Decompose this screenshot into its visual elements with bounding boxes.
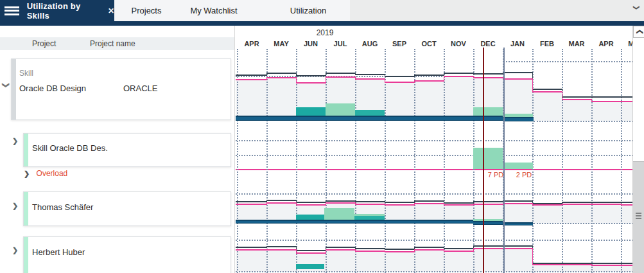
utilization-bar[interactable] [354,216,385,220]
capacity-fill [236,251,266,272]
utilization-bar[interactable] [503,114,533,117]
month-gridline [237,49,238,273]
scrollbar-thumb[interactable] [633,161,644,273]
row-type-label: Skill [19,69,33,78]
month-label: APR [595,40,617,48]
capacity-fill [414,251,444,272]
utilization-bar[interactable] [296,264,324,269]
utilization-bar[interactable] [473,219,503,221]
planned-line [444,76,444,82]
planned-line [326,76,326,84]
planned-line [621,204,633,206]
column-header-project: Project [32,39,56,48]
total-utilization-bar[interactable] [503,222,533,225]
planned-line [591,99,592,102]
utilization-bar[interactable] [503,163,533,169]
utilization-chart-canvas: 2019APRMAYJUNJULAUGSEPOCTNOVDECJANFEBMAR… [234,26,633,273]
month-label: MAY [270,40,292,48]
row-thomas-schaefer[interactable]: Thomas Schäfer [23,191,231,226]
utilization-bar[interactable] [296,215,324,220]
row-herbert-huber[interactable]: Herbert Huber [23,236,231,273]
utilization-bar[interactable] [473,107,503,116]
expand-chevron-icon[interactable]: ❯ [12,202,18,209]
capacity-line [473,73,503,75]
today-line [483,48,484,273]
close-tab-icon[interactable]: ✕ [108,6,114,15]
planned-line [326,76,355,78]
capacity-line [266,200,296,201]
capacity-line [473,201,503,202]
month-label: FEB [536,40,558,48]
tab-utilization-by-skills[interactable]: Utilization by Skills ✕ [0,0,114,21]
capacity-fill [236,80,266,121]
scroll-up-button[interactable]: ❯ [633,26,644,38]
capacity-line [296,202,326,203]
planned-line [296,249,297,254]
planned-line [444,251,473,252]
tab-my-watchlist[interactable]: My Watchlist [178,0,249,21]
capacity-line [473,245,503,247]
planned-line [385,78,385,83]
hamburger-menu-icon[interactable] [4,6,19,15]
planned-line [326,249,326,254]
planned-line [414,249,444,251]
row-skill-oracle-db-design[interactable]: Skill Oracle DB Design ORACLE [11,58,231,120]
capacity-fill [503,204,532,224]
total-utilization-bar[interactable] [236,220,473,224]
grip-icon [636,218,641,219]
capacity-fill [414,82,444,121]
month-label: NOV [448,40,469,48]
planned-line [414,80,444,82]
row-accent-bar [24,134,28,166]
row-overload[interactable]: ❯ Overload [24,169,67,178]
planned-line [473,248,503,249]
tab-utilization[interactable]: Utilization [270,0,347,21]
row-skill-oracle-db-des[interactable]: Skill Oracle DB Des. [23,133,231,167]
capacity-fill [444,77,473,121]
utilization-bar[interactable] [324,208,354,220]
planned-line [385,204,385,206]
month-label: OCT [418,40,440,48]
capacity-line [562,96,591,98]
capacity-line [444,202,473,204]
utilization-bar[interactable] [296,107,326,116]
collapse-chevron-icon[interactable]: ❯ [3,82,10,88]
capacity-line [236,75,266,76]
month-gridline [355,49,356,273]
utilization-bar[interactable] [326,103,355,116]
total-utilization-bar[interactable] [473,221,503,225]
project-name-value: ORACLE [123,84,157,93]
capacity-fill [444,252,473,272]
grid-dotted-line [236,193,633,195]
tabbar-accent-strip [0,21,644,26]
capacity-line [326,200,355,202]
utilization-bar[interactable] [355,110,385,116]
expand-chevron-icon[interactable]: ❯ [12,247,18,254]
column-header-project-name: Project name [90,39,135,48]
active-tab-label: Utilization by Skills [27,1,101,21]
row-accent-bar [24,192,28,225]
column-header-row: Project Project name [0,37,234,50]
month-label: MAR [566,40,587,48]
total-utilization-bar[interactable] [503,117,534,121]
capacity-line [326,247,355,248]
capacity-line [621,263,633,264]
chevron-down-icon[interactable]: ❯ [631,3,641,13]
planned-line [621,204,622,206]
capacity-line [414,247,444,248]
grid-dotted-line [503,61,633,62]
planned-line [385,82,414,83]
tab-projects[interactable]: Projects [114,0,178,21]
total-utilization-bar[interactable] [236,116,503,121]
capacity-line [503,200,532,202]
utilization-bar[interactable] [473,148,503,169]
capacity-line [591,96,621,98]
planned-line [562,204,591,205]
capacity-fill [562,100,591,121]
capacity-line [414,200,444,202]
expand-chevron-icon[interactable]: ❯ [12,137,18,145]
planned-line [414,249,415,252]
month-label: APR [241,40,263,48]
expand-chevron-icon[interactable]: ❯ [24,170,30,177]
vertical-scrollbar[interactable]: ❯ [632,26,644,273]
